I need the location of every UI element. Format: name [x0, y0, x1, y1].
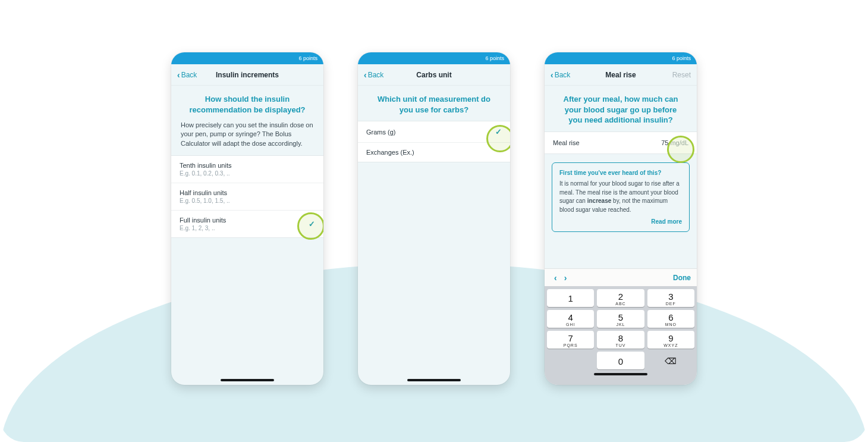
meal-rise-input[interactable]: Meal rise 75mg/dL: [545, 131, 697, 154]
option-title: Full insulin units: [180, 217, 226, 224]
key-1[interactable]: 1: [547, 289, 594, 307]
reset-button[interactable]: Reset: [672, 71, 691, 79]
checkmark-icon: ✓: [309, 220, 315, 228]
key-5[interactable]: 5JKL: [597, 310, 644, 328]
done-button[interactable]: Done: [673, 274, 691, 282]
info-body-bold: increase: [587, 198, 612, 204]
read-more-link[interactable]: Read more: [559, 218, 682, 227]
phone-carbs-unit: 6 points ‹ Back Carbs unit Which unit of…: [358, 52, 510, 385]
option-title: Grams (g): [366, 128, 396, 136]
status-bar: 6 points: [358, 52, 510, 64]
phone-row: 6 points ‹ Back Insulin increments How s…: [0, 52, 868, 385]
input-unit: mg/dL: [670, 139, 688, 146]
option-title: Tenth insulin units: [180, 162, 231, 169]
option-title: Half insulin units: [180, 189, 230, 196]
back-button[interactable]: ‹ Back: [364, 71, 383, 79]
phone-insulin-increments: 6 points ‹ Back Insulin increments How s…: [171, 52, 323, 385]
input-value: 75mg/dL: [661, 139, 688, 146]
key-4[interactable]: 4GHI: [547, 310, 594, 328]
home-indicator: [407, 379, 461, 381]
nav-bar: ‹ Back Carbs unit: [358, 64, 510, 86]
backspace-icon: ⌫: [647, 357, 694, 365]
points-badge: 6 points: [672, 55, 691, 61]
chevron-left-icon: ‹: [364, 71, 367, 79]
key-2[interactable]: 2ABC: [597, 289, 644, 307]
option-subtitle: E.g. 0.5, 1.0, 1.5, ..: [180, 198, 230, 204]
option-tenth-units[interactable]: Tenth insulin units E.g. 0.1, 0.2, 0.3, …: [171, 156, 323, 183]
option-grams[interactable]: Grams (g) ✓: [358, 121, 510, 143]
status-bar: 6 points: [171, 52, 323, 64]
option-subtitle: E.g. 0.1, 0.2, 0.3, ..: [180, 170, 231, 177]
option-subtitle: E.g. 1, 2, 3, ..: [180, 225, 226, 231]
key-9[interactable]: 9WXYZ: [647, 331, 694, 349]
nav-bar: ‹ Back Insulin increments: [171, 64, 323, 86]
key-0[interactable]: 0: [597, 352, 644, 369]
status-bar: 6 points: [545, 52, 697, 64]
key-blank: [547, 352, 594, 369]
description-text: How precisely can you set the insulin do…: [171, 121, 323, 155]
back-button[interactable]: ‹ Back: [551, 71, 570, 79]
checkmark-icon: ✓: [495, 127, 502, 136]
key-8[interactable]: 8TUV: [597, 331, 644, 349]
next-field-button[interactable]: ›: [561, 273, 571, 283]
info-card: First time you've ever heard of this? It…: [552, 162, 690, 232]
question-text: How should the insulin recommendation be…: [171, 86, 323, 121]
input-label: Meal rise: [553, 139, 580, 146]
option-full-units[interactable]: Full insulin units E.g. 1, 2, 3, .. ✓: [171, 211, 323, 237]
chevron-left-icon: ‹: [177, 71, 180, 79]
back-label: Back: [555, 71, 571, 79]
keypad-accessory-bar: ‹ › Done: [545, 268, 697, 286]
key-7[interactable]: 7PQRS: [547, 331, 594, 349]
nav-bar: ‹ Back Meal rise Reset: [545, 64, 697, 86]
input-number: 75: [661, 139, 668, 146]
question-text: Which unit of measurement do you use for…: [358, 86, 510, 121]
prev-field-button[interactable]: ‹: [551, 273, 561, 283]
info-title: First time you've ever heard of this?: [559, 169, 682, 178]
chevron-left-icon: ‹: [551, 71, 553, 79]
home-indicator: [221, 379, 274, 381]
back-button[interactable]: ‹ Back: [177, 71, 197, 79]
option-list: Tenth insulin units E.g. 0.1, 0.2, 0.3, …: [171, 155, 323, 238]
question-text: After your meal, how much can your blood…: [545, 86, 697, 131]
key-3[interactable]: 3DEF: [647, 289, 694, 307]
key-backspace[interactable]: ⌫: [647, 352, 694, 369]
option-exchanges[interactable]: Exchanges (Ex.): [358, 143, 510, 162]
numeric-keypad: 1 2ABC 3DEF 4GHI 5JKL 6MNO 7PQRS 8TUV 9W…: [545, 286, 697, 385]
points-badge: 6 points: [485, 55, 504, 61]
home-indicator: [594, 373, 647, 375]
phone-meal-rise: 6 points ‹ Back Meal rise Reset After yo…: [545, 52, 697, 385]
back-label: Back: [368, 71, 384, 79]
key-6[interactable]: 6MNO: [647, 310, 694, 328]
option-list: Grams (g) ✓ Exchanges (Ex.): [358, 121, 510, 162]
option-title: Exchanges (Ex.): [366, 149, 414, 156]
option-half-units[interactable]: Half insulin units E.g. 0.5, 1.0, 1.5, .…: [171, 183, 323, 211]
info-body: It is normal for your blood sugar to ris…: [559, 180, 682, 214]
canvas: 6 points ‹ Back Insulin increments How s…: [0, 0, 868, 442]
points-badge: 6 points: [298, 55, 317, 61]
back-label: Back: [181, 71, 197, 79]
